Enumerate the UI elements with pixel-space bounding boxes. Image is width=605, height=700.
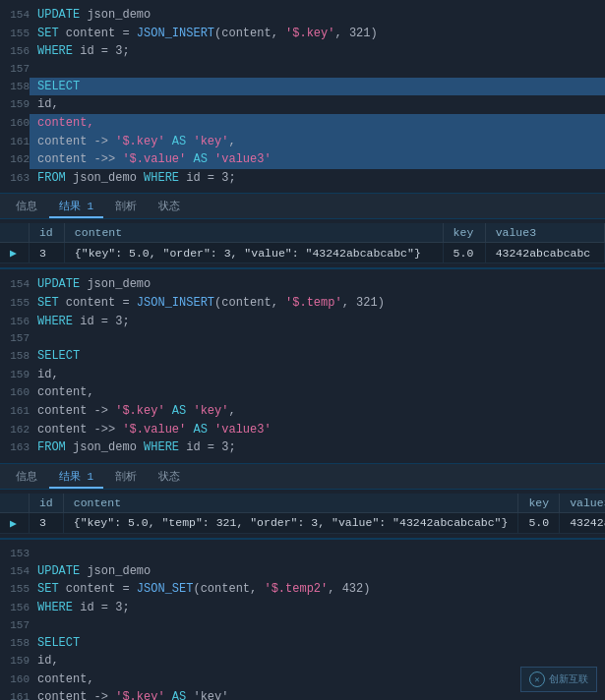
code-line: 154UPDATE json_demo — [8, 562, 597, 581]
token: content, — [37, 672, 94, 686]
line-text: content ->> '$.value' AS 'value3' — [37, 421, 597, 439]
line-number: 153 — [8, 546, 37, 562]
line-number: 163 — [8, 170, 37, 187]
code-line: 163FROM json_demo WHERE id = 3; — [8, 438, 597, 457]
line-number: 158 — [8, 635, 37, 652]
token: '$.key' — [285, 27, 334, 40]
tab-状态[interactable]: 状态 — [149, 196, 190, 218]
code-line: 161content -> '$.key' AS 'key', — [8, 402, 597, 421]
tab-结果 1[interactable]: 结果 1 — [49, 466, 103, 489]
line-number: 155 — [8, 581, 37, 598]
table-row: ▶3{"key": 5.0, "order": 3, "value": "432… — [0, 243, 605, 263]
line-number: 155 — [8, 295, 37, 312]
table-cell: {"key": 5.0, "temp": 321, "order": 3, "v… — [63, 512, 518, 533]
tab-信息[interactable]: 信息 — [6, 466, 47, 489]
line-text: content -> '$.key' AS 'key', — [37, 402, 597, 421]
token: content, — [37, 385, 94, 399]
line-number: 161 — [8, 403, 37, 420]
results-table-wrap: idcontentkeyvalue3▶3{"key": 5.0, "temp":… — [0, 490, 605, 538]
token: WHERE — [37, 44, 80, 58]
code-line: 161content -> '$.key' AS 'key' — [8, 688, 597, 700]
code-line: 159id, — [8, 95, 597, 114]
token: content, — [37, 116, 94, 130]
line-number: 159 — [8, 653, 37, 670]
token: JSON_SET — [137, 582, 194, 596]
tab-剖析[interactable]: 剖析 — [105, 196, 147, 218]
token: '$.value' — [122, 152, 186, 166]
token: WHERE — [37, 315, 80, 328]
token: UPDATE — [37, 8, 87, 22]
results-table-wrap: idcontentkeyvalue3▶3{"key": 5.0, "order"… — [0, 219, 605, 267]
results-table: idcontentkeyvalue3▶3{"key": 5.0, "order"… — [0, 223, 605, 263]
line-number: 155 — [8, 26, 37, 42]
table-cell: {"key": 5.0, "order": 3, "value": "43242… — [64, 243, 443, 263]
token: JSON_INSERT — [137, 296, 214, 310]
tabs-bar: 信息结果 1剖析状态 — [0, 193, 605, 219]
token: json_demo — [73, 171, 144, 185]
line-number: 158 — [8, 348, 37, 365]
table-cell: 43242abcabcabc — [485, 243, 604, 263]
tab-状态[interactable]: 状态 — [149, 466, 190, 489]
token: 'value3' — [214, 423, 272, 437]
token: , — [228, 404, 235, 418]
table-col-arrow — [0, 494, 29, 513]
line-number: 157 — [8, 61, 37, 78]
token: SET — [37, 296, 66, 310]
token: SELECT — [37, 636, 80, 650]
token: id = 3; — [80, 315, 129, 328]
token: WHERE — [37, 601, 80, 614]
token: 'key' — [193, 690, 228, 700]
token: AS — [186, 423, 214, 437]
code-line: 153 — [8, 546, 597, 562]
line-number: 157 — [8, 617, 37, 634]
line-text: FROM json_demo WHERE id = 3; — [37, 438, 597, 457]
token: (content, — [214, 27, 285, 40]
line-text: UPDATE json_demo — [37, 562, 597, 581]
tabs-bar: 信息结果 1剖析状态 — [0, 463, 605, 490]
token: content ->> — [37, 423, 122, 437]
tab-剖析[interactable]: 剖析 — [105, 466, 147, 489]
line-text: WHERE id = 3; — [37, 42, 597, 61]
table-cell: 3 — [29, 512, 63, 533]
code-line: 157 — [8, 330, 597, 347]
token: AS — [165, 135, 194, 148]
code-line: 162content ->> '$.value' AS 'value3' — [8, 421, 597, 439]
table-header: id — [29, 494, 63, 513]
token: '$.temp2' — [264, 582, 328, 596]
token: 'key' — [193, 404, 228, 418]
table-header: key — [443, 223, 485, 243]
token: FROM — [37, 440, 73, 454]
code-line: 156WHERE id = 3; — [8, 42, 597, 61]
line-number: 160 — [8, 384, 37, 401]
token: 'key' — [193, 135, 228, 148]
token: id, — [37, 97, 59, 111]
line-number: 157 — [8, 330, 37, 347]
table-col-arrow — [0, 223, 29, 243]
token: SELECT — [37, 80, 80, 93]
arrow-icon: ▶ — [10, 517, 19, 530]
token: content = — [66, 296, 137, 310]
line-number: 154 — [8, 563, 37, 580]
token: id = 3; — [179, 440, 236, 454]
line-text: id, — [37, 95, 597, 114]
token: '$.key' — [115, 135, 164, 148]
line-number: 159 — [8, 367, 37, 383]
token: FROM — [37, 171, 73, 185]
token: (content, — [214, 296, 285, 310]
code-line: 159id, — [8, 366, 597, 384]
code-line: 154UPDATE json_demo — [8, 6, 597, 25]
line-text: FROM json_demo WHERE id = 3; — [37, 169, 597, 188]
token: content ->> — [37, 152, 122, 166]
code-line: 157 — [8, 61, 597, 78]
table-header: content — [63, 494, 518, 513]
line-text: content -> '$.key' AS 'key', — [37, 133, 597, 151]
token: AS — [165, 404, 194, 418]
line-text: UPDATE json_demo — [37, 6, 597, 25]
table-cell: 5.0 — [443, 243, 485, 263]
token: AS — [186, 152, 214, 166]
token: id, — [37, 368, 59, 381]
watermark: ✕ 创新互联 — [520, 667, 597, 692]
token: id = 3; — [80, 601, 129, 614]
tab-结果 1[interactable]: 结果 1 — [49, 196, 103, 218]
tab-信息[interactable]: 信息 — [6, 196, 47, 218]
